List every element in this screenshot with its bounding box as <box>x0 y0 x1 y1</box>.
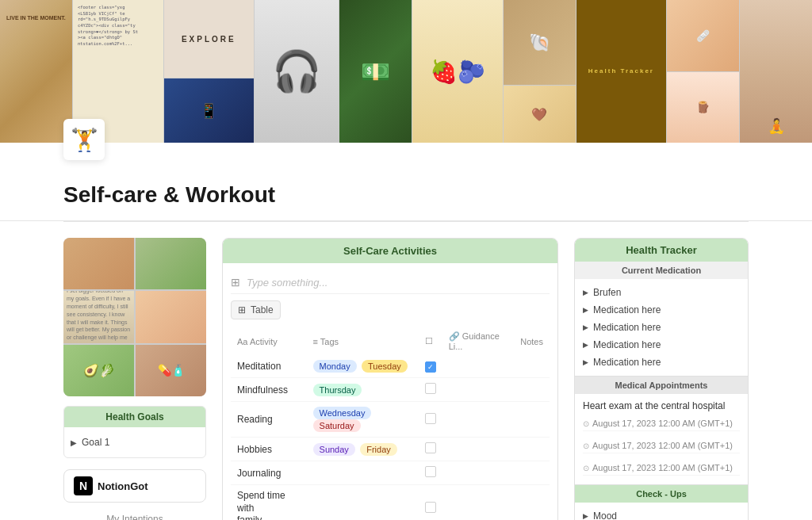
activities-table: Aa Activity ≡ Tags ☐ 🔗 Guidance Li... No… <box>231 327 550 520</box>
explore-text: EXPLORE <box>182 35 236 44</box>
table-button[interactable]: ⊞ Table <box>231 300 281 319</box>
mood-cell-veggies: 🥑🥬 <box>63 345 134 396</box>
guidance-cell <box>442 402 515 438</box>
tag-wednesday: Wednesday <box>313 407 372 419</box>
happiness-text: Health Tracker <box>588 65 654 78</box>
left-panel: Report Diary I set bigger focused on my … <box>63 238 206 520</box>
activity-cell: Meditation <box>231 355 307 378</box>
tags-cell: Sunday Friday <box>307 438 419 461</box>
medication-header: Current Medication <box>575 262 748 279</box>
page-header: Self-care & Workout <box>0 143 812 221</box>
center-panel: Self-Care Activities ⊞ Type something...… <box>222 238 558 520</box>
checkbox-unchecked[interactable] <box>425 442 436 453</box>
check-cell[interactable] <box>419 402 442 438</box>
guidance-cell <box>442 461 515 485</box>
checkups-header: Check - Ups <box>575 484 748 503</box>
medication-label: Medication here <box>593 322 661 333</box>
medication-label: Medication here <box>593 304 661 315</box>
tag-friday: Friday <box>360 443 397 456</box>
phone-icon: 📱 <box>200 102 217 120</box>
arrow-icon: ▶ <box>583 341 588 349</box>
tag-tuesday: Tuesday <box>362 360 408 373</box>
appointment-date-2: August 17, 2023 12:00 AM (GMT+1) <box>583 438 740 453</box>
money-icon: 💵 <box>361 58 390 86</box>
table-row: Meditation Monday Tuesday ✓ <box>231 355 550 378</box>
medication-item[interactable]: ▶ Brufen <box>583 284 740 301</box>
activity-cell: Mindfulness <box>231 378 307 402</box>
main-content: Report Diary I set bigger focused on my … <box>0 222 812 520</box>
activities-box: Self-Care Activities ⊞ Type something...… <box>222 238 558 520</box>
shell-icon: 🐚 <box>529 32 550 53</box>
checkbox-checked[interactable]: ✓ <box>425 361 436 373</box>
tag-monday: Monday <box>313 360 357 373</box>
activities-body: ⊞ Type something... ⊞ Table Aa Activity <box>223 263 557 520</box>
medication-item[interactable]: ▶ Medication here <box>583 354 740 371</box>
appointment-date-1: August 17, 2023 12:00 AM (GMT+1) <box>583 416 740 431</box>
page-icon: 🏋️ <box>63 119 105 160</box>
activity-cell: Hobbies <box>231 438 307 461</box>
health-goals-header: Health Goals <box>64 407 205 427</box>
medication-label: Medication here <box>593 357 661 368</box>
appointments-body: Heart exam at the central hospital Augus… <box>575 394 748 484</box>
guidance-cell <box>442 355 515 378</box>
type-icon: ⊞ <box>231 276 240 289</box>
type-input-row: ⊞ Type something... <box>231 271 550 294</box>
goal-label: Goal 1 <box>82 437 109 448</box>
col-notes: Notes <box>514 327 550 355</box>
col-tags: ≡ Tags <box>307 327 419 355</box>
heart-icon: 🤎 <box>531 107 547 122</box>
notes-cell <box>514 461 550 485</box>
notion-got-text: NotionGot <box>98 480 148 492</box>
notes-cell <box>514 378 550 402</box>
checkup-label: Mood <box>593 510 617 520</box>
health-goals-body: ▶ Goal 1 <box>64 427 205 457</box>
activity-cell: Reading <box>231 402 307 438</box>
tag-thursday: Thursday <box>313 384 362 396</box>
notes-cell <box>514 355 550 378</box>
checkups-body: ▶ Mood <box>575 503 748 520</box>
medication-label: Medication here <box>593 339 661 350</box>
my-intentions-label: My Intentions <box>63 510 206 520</box>
check-cell[interactable] <box>419 485 442 521</box>
activities-header: Self-Care Activities <box>223 239 557 263</box>
tag-sunday: Sunday <box>313 443 355 456</box>
arrow-icon: ▶ <box>583 512 588 520</box>
checkbox-unchecked[interactable] <box>425 466 436 477</box>
notes-cell <box>514 438 550 461</box>
checkbox-unchecked[interactable] <box>425 502 436 513</box>
table-label: Table <box>251 304 274 315</box>
check-cell[interactable] <box>419 438 442 461</box>
mood-cell-diary: Report Diary I set bigger focused on my … <box>63 291 134 342</box>
type-placeholder: Type something... <box>247 277 327 289</box>
checkup-item[interactable]: ▶ Mood <box>583 507 740 520</box>
checkbox-unchecked[interactable] <box>425 383 436 394</box>
medication-label: Brufen <box>593 287 621 298</box>
goal-item[interactable]: ▶ Goal 1 <box>71 434 199 451</box>
arrow-icon: ▶ <box>583 323 588 331</box>
guidance-cell <box>442 378 515 402</box>
table-row: Mindfulness Thursday <box>231 378 550 402</box>
health-tracker-box: Health Tracker Current Medication ▶ Bruf… <box>574 238 749 520</box>
mood-cell-1 <box>63 238 134 289</box>
check-cell[interactable] <box>419 461 442 485</box>
tags-cell: Monday Tuesday <box>307 355 419 378</box>
tag-saturday: Saturday <box>313 419 361 432</box>
live-text: LIVE IN THE MOMENT. <box>6 14 66 22</box>
table-row: Hobbies Sunday Friday <box>231 438 550 461</box>
mood-cell-workout <box>136 291 206 342</box>
checkbox-unchecked[interactable] <box>425 413 436 424</box>
appointments-header: Medical Appointments <box>575 376 748 394</box>
medication-item[interactable]: ▶ Medication here <box>583 336 740 354</box>
meditation-icon: 🧘 <box>768 117 785 135</box>
medication-item[interactable]: ▶ Medication here <box>583 301 740 319</box>
medication-item[interactable]: ▶ Medication here <box>583 319 740 336</box>
code-snippet: <footer class="yxg <LS81yb VICjCf" te rd… <box>78 5 159 48</box>
table-row: Journaling <box>231 461 550 485</box>
goal-arrow-icon: ▶ <box>71 438 77 447</box>
tags-cell <box>307 485 419 521</box>
tags-cell: Wednesday Saturday <box>307 402 419 438</box>
check-cell[interactable]: ✓ <box>419 355 442 378</box>
appointment-date-3: August 17, 2023 12:00 AM (GMT+1) <box>583 461 740 476</box>
check-cell[interactable] <box>419 378 442 402</box>
headphone-icon: 🎧 <box>272 48 321 94</box>
